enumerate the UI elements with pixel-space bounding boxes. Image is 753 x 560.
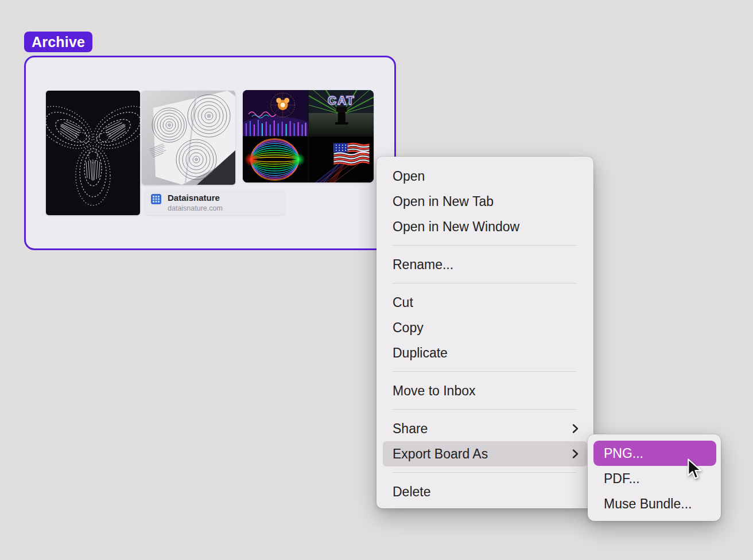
menu-separator xyxy=(393,245,577,246)
board-thumb-harmonograph xyxy=(46,91,140,215)
submenu-item-label: PDF... xyxy=(604,471,640,487)
menu-item-label: Export Board As xyxy=(393,446,488,462)
harmonograph-image xyxy=(46,91,140,215)
cat-laser-image: CAT CAT xyxy=(309,90,374,136)
menu-item-open-in-new-tab[interactable]: Open in New Tab xyxy=(383,189,587,214)
menu-item-copy[interactable]: Copy xyxy=(383,315,587,340)
chevron-right-icon xyxy=(572,423,579,434)
cat-text: CAT xyxy=(328,94,355,107)
menu-separator xyxy=(393,472,577,473)
board-thumb-laser-shows: CAT CAT xyxy=(243,90,374,182)
menu-item-share[interactable]: Share xyxy=(383,416,587,441)
menu-item-delete[interactable]: Delete xyxy=(383,479,587,504)
menu-separator xyxy=(393,409,577,410)
board-title-label[interactable]: Archive xyxy=(24,32,92,52)
menu-item-label: Cut xyxy=(393,295,413,310)
menu-item-rename[interactable]: Rename... xyxy=(383,252,587,277)
web-link-card: Dataisnature dataisnature.com xyxy=(145,189,285,215)
link-card-title: Dataisnature xyxy=(168,193,223,203)
spirograph-book-image xyxy=(142,91,235,185)
menu-item-label: Delete xyxy=(393,484,430,500)
archive-board-card[interactable]: CAT CAT xyxy=(24,56,396,250)
laser-flag-image xyxy=(309,137,374,182)
laser-sphere-image xyxy=(243,137,308,182)
menu-item-label: Duplicate xyxy=(393,345,448,361)
world-of-color-image xyxy=(243,90,308,136)
menu-item-open[interactable]: Open xyxy=(383,164,587,189)
link-card-url: dataisnature.com xyxy=(168,204,223,213)
menu-item-duplicate[interactable]: Duplicate xyxy=(383,340,587,365)
menu-separator xyxy=(393,283,577,283)
submenu-item-label: Muse Bundle... xyxy=(604,496,692,512)
menu-item-label: Open in New Window xyxy=(393,219,519,235)
menu-separator xyxy=(393,371,577,372)
cursor-pointer-icon xyxy=(687,458,702,483)
menu-item-label: Copy xyxy=(393,320,424,336)
menu-item-move-to-inbox[interactable]: Move to Inbox xyxy=(383,378,587,403)
laser-grid-image: CAT CAT xyxy=(243,90,374,182)
blue-grid-favicon-icon xyxy=(151,194,161,207)
chevron-right-icon xyxy=(572,449,579,459)
menu-item-label: Open in New Tab xyxy=(393,194,494,209)
menu-item-label: Rename... xyxy=(393,257,453,273)
submenu-item-label: PNG... xyxy=(604,446,643,461)
menu-item-cut[interactable]: Cut xyxy=(383,290,587,315)
menu-item-export-board-as[interactable]: Export Board As xyxy=(383,441,587,466)
menu-item-label: Open xyxy=(393,169,425,184)
menu-item-label: Move to Inbox xyxy=(393,383,475,399)
context-menu: Open Open in New Tab Open in New Window … xyxy=(376,157,593,508)
menu-item-open-in-new-window[interactable]: Open in New Window xyxy=(383,214,587,239)
submenu-item-muse-bundle[interactable]: Muse Bundle... xyxy=(593,491,716,516)
menu-item-label: Share xyxy=(393,421,428,437)
board-thumb-spirograph-book xyxy=(142,91,235,185)
